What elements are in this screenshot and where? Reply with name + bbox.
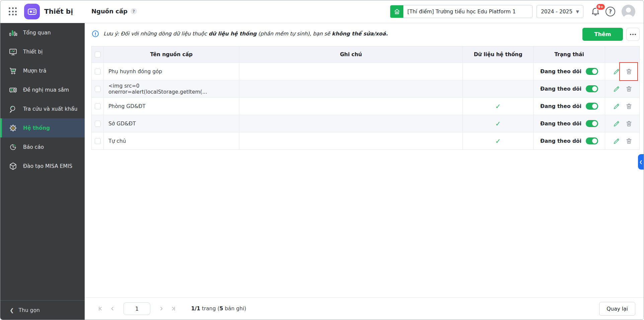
school-name: [Thí điểm] Trường tiểu học Edu Platform … (403, 9, 520, 15)
delete-icon[interactable] (625, 85, 633, 93)
sidebar-item-he-thong[interactable]: Hệ thống (0, 118, 85, 137)
notification-badge: 9+ (596, 3, 606, 10)
edit-icon[interactable] (613, 85, 620, 93)
row-checkbox[interactable] (95, 69, 101, 75)
edit-icon[interactable] (613, 120, 620, 127)
column-header-status: Trạng thái (534, 46, 605, 63)
sidebar-item-label: Báo cáo (23, 144, 44, 150)
page-title: Nguồn cấp (91, 8, 128, 15)
row-note (239, 98, 463, 115)
sidebar-item-label: Đề nghị mua sắm (23, 87, 69, 93)
supply-source-table: Tên nguồn cấp Ghi chú Dữ liệu hệ thống T… (91, 46, 640, 150)
sidebar-item-label: Thiết bị (23, 49, 43, 55)
delete-icon[interactable] (625, 68, 633, 75)
status-toggle[interactable] (586, 85, 598, 92)
first-page-icon[interactable] (97, 305, 104, 312)
device-app-icon[interactable] (24, 4, 40, 19)
row-note (239, 63, 463, 80)
sidebar-item-label: Mượn trả (23, 68, 46, 74)
last-page-icon[interactable] (170, 305, 177, 312)
chevron-left-icon: ❮ (639, 160, 642, 164)
top-header: Thiết bị Nguồn cấp ? [Thí điểm] Trường t… (0, 0, 644, 23)
app-window: Thiết bị Nguồn cấp ? [Thí điểm] Trường t… (0, 0, 644, 320)
sidebar-item-label: Hệ thống (23, 125, 50, 131)
bar-chart-icon (9, 28, 17, 37)
sidebar-item-bao-cao[interactable]: Báo cáo (0, 137, 85, 156)
note-text: Lưu ý: Đối với những dòng dữ liệu thuộc … (103, 31, 388, 37)
page-help-icon[interactable]: ? (131, 8, 137, 14)
table-row: Phòng GD&ĐT ✓ Đang theo dõi (92, 97, 639, 115)
pagination: 1 1/1 trang (5 bản ghi) (97, 302, 246, 315)
delete-icon[interactable] (625, 137, 633, 145)
back-button[interactable]: Quay lại (599, 302, 635, 316)
monitor-icon (9, 47, 17, 56)
status-toggle[interactable] (586, 137, 598, 144)
column-header-note: Ghi chú (239, 46, 463, 63)
user-avatar[interactable] (622, 5, 635, 18)
row-status-label: Đang theo dõi (540, 121, 581, 127)
row-checkbox[interactable] (95, 86, 101, 92)
sidebar: Tổng quan Thiết bị Mượn trả (0, 23, 85, 320)
edit-icon[interactable] (613, 137, 620, 145)
system-check-icon: ✓ (495, 120, 501, 128)
edit-icon[interactable] (613, 103, 620, 110)
status-toggle[interactable] (586, 68, 598, 75)
prev-page-icon[interactable] (109, 305, 116, 312)
sidebar-item-de-nghi-mua-sam[interactable]: Đề nghị mua sắm (0, 80, 85, 99)
sidebar-item-thiet-bi[interactable]: Thiết bị (0, 42, 85, 61)
edge-panel-toggle[interactable]: ❮ (638, 154, 644, 170)
row-status-label: Đang theo dõi (540, 69, 581, 75)
delete-icon[interactable] (625, 103, 633, 110)
more-actions-button[interactable] (626, 28, 640, 41)
cart-icon (9, 67, 17, 75)
table-row: <img src=0 onerror=alert(localStorage.ge… (92, 80, 639, 97)
row-status-label: Đang theo dõi (540, 86, 581, 92)
row-checkbox[interactable] (95, 103, 101, 109)
table-row: Phụ huynh đóng góp ✓ Đang theo dõi (92, 63, 639, 80)
app-launcher-icon[interactable] (9, 7, 17, 16)
notifications-button[interactable]: 9+ (590, 6, 601, 17)
row-name: <img src=0 onerror=alert(localStorage.ge… (104, 80, 239, 97)
app-title: Thiết bị (44, 7, 73, 15)
row-note (239, 115, 463, 132)
row-checkbox[interactable] (95, 121, 101, 127)
row-name: Phòng GD&ĐT (104, 98, 239, 115)
projector-icon (9, 86, 17, 94)
delete-icon[interactable] (625, 120, 633, 127)
system-check-icon: ✓ (495, 137, 501, 145)
main-content: ! Lưu ý: Đối với những dòng dữ liệu thuộ… (85, 23, 644, 320)
add-button[interactable]: Thêm (582, 28, 623, 41)
school-selector[interactable]: [Thí điểm] Trường tiểu học Edu Platform … (390, 5, 533, 18)
sidebar-item-dao-tao[interactable]: Đào tạo MISA EMIS (0, 156, 85, 176)
pie-chart-icon (9, 143, 17, 151)
status-toggle[interactable] (586, 120, 598, 127)
page-number-input[interactable]: 1 (124, 302, 150, 315)
chevron-left-icon: ❮ (10, 307, 14, 313)
row-name: Sở GD&ĐT (104, 115, 239, 132)
edit-icon[interactable] (613, 68, 620, 75)
next-page-icon[interactable] (158, 305, 165, 312)
column-header-name: Tên nguồn cấp (104, 46, 239, 63)
sidebar-item-label: Tra cứu và xuất khẩu (23, 106, 77, 112)
chevron-down-icon: ▼ (576, 9, 579, 14)
row-status-label: Đang theo dõi (540, 138, 581, 144)
cube-icon (9, 162, 17, 171)
school-year-value: 2024 - 2025 (541, 9, 572, 15)
row-note (239, 80, 463, 97)
sidebar-collapse-button[interactable]: ❮ Thu gọn (0, 300, 85, 320)
select-all-checkbox[interactable] (95, 51, 101, 58)
sidebar-item-label: Tổng quan (23, 30, 51, 36)
row-status-label: Đang theo dõi (540, 103, 581, 109)
row-checkbox[interactable] (95, 138, 101, 144)
school-year-select[interactable]: 2024 - 2025 ▼ (537, 5, 583, 18)
row-name: Tự chủ (104, 132, 239, 149)
sidebar-item-tong-quan[interactable]: Tổng quan (0, 23, 85, 42)
help-button[interactable]: ? (606, 7, 615, 16)
row-name: Phụ huynh đóng góp (104, 63, 239, 80)
system-data-note: ! Lưu ý: Đối với những dòng dữ liệu thuộ… (92, 30, 388, 37)
status-toggle[interactable] (586, 103, 598, 110)
info-icon: ! (92, 30, 99, 37)
sidebar-item-tra-cuu[interactable]: Tra cứu và xuất khẩu (0, 99, 85, 118)
sidebar-item-muon-tra[interactable]: Mượn trả (0, 61, 85, 80)
ellipsis-icon (630, 34, 631, 35)
